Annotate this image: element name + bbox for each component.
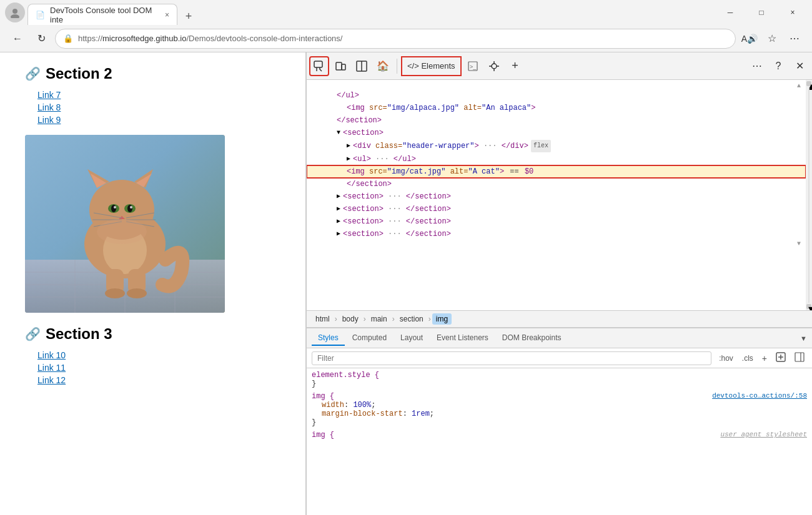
maximize-button[interactable]: □ (747, 2, 776, 22)
margin-property: margin-block-start: 1rem; (312, 410, 807, 418)
styles-tabs: Styles Computed Layout Event Listeners D… (307, 328, 812, 348)
img-close: > (531, 102, 535, 114)
favorites-button[interactable]: ☆ (762, 29, 782, 49)
help-button[interactable]: ? (768, 56, 788, 76)
console-panel-button[interactable]: >_ (463, 56, 483, 76)
section3-links: Link 10 Link 11 Link 12 (25, 350, 280, 385)
breadcrumb-section[interactable]: section (396, 313, 427, 325)
svg-rect-51 (795, 353, 804, 361)
read-aloud-button[interactable]: A🔊 (740, 29, 760, 49)
img-cat-open: <img (347, 166, 369, 177)
dom-line-section-collapsed-2[interactable]: ▶ <section> ··· </section> (307, 203, 806, 215)
cat-image-svg (25, 135, 225, 313)
semi-1: ; (371, 401, 375, 410)
tab-styles[interactable]: Styles (312, 331, 345, 346)
scroll-down-arrow[interactable]: ▼ (806, 304, 811, 309)
url-path: /Demos/devtools-console-dom-interactions… (186, 34, 342, 43)
address-bar[interactable]: 🔒 https://microsoftedge.github.io/Demos/… (55, 29, 736, 49)
breadcrumb-img[interactable]: img (432, 313, 452, 325)
breadcrumb-html[interactable]: html (312, 313, 334, 325)
add-panel-button[interactable]: + (505, 56, 525, 76)
device-toolbar-button[interactable] (330, 56, 350, 76)
styles-panel: Styles Computed Layout Event Listeners D… (307, 328, 812, 515)
tab-layout[interactable]: Layout (394, 331, 429, 346)
dom-line-section-collapsed-1[interactable]: ▶ <section> ··· </section> (307, 190, 806, 203)
minimize-button[interactable]: ─ (716, 2, 745, 22)
style-source-link[interactable]: devtools-co…actions/:58 (712, 392, 807, 400)
tab-dom-breakpoints[interactable]: DOM Breakpoints (496, 331, 568, 346)
section-c3-open: <section> (343, 216, 384, 227)
breadcrumb-body[interactable]: body (339, 313, 362, 325)
semi-2: ; (430, 410, 434, 418)
dom-line-section-open[interactable]: ▼ <section> (307, 127, 806, 139)
dom-scrollbar[interactable]: ▲ ▼ (806, 80, 812, 310)
link-11[interactable]: Link 11 (37, 363, 280, 373)
panel-layout-button[interactable] (352, 56, 372, 76)
close-devtools-button[interactable]: ✕ (790, 56, 810, 76)
url-protocol: https:// (78, 34, 102, 43)
cls-button[interactable]: .cls (740, 353, 756, 364)
dollar-zero: $0 (525, 166, 533, 177)
dom-line-header-wrapper[interactable]: ▶ <div class="header-wrapper"> ··· </div… (307, 139, 806, 153)
add-style-button[interactable]: + (760, 352, 770, 365)
home-button[interactable]: 🏠 (373, 56, 393, 76)
flex-badge: flex (531, 140, 551, 152)
styles-filter-input[interactable] (312, 351, 711, 365)
svg-point-22 (130, 206, 132, 208)
svg-rect-37 (336, 62, 342, 70)
dom-line-cat-img[interactable]: <img src="img/cat.jpg" alt="A cat"> == $… (307, 165, 806, 178)
toggle-sidebar-button[interactable] (792, 351, 807, 365)
link-10[interactable]: Link 10 (37, 350, 280, 360)
styles-content: element.style { } img { devtools-co…acti… (307, 368, 812, 515)
element-selector-text: element.style { (312, 371, 379, 380)
tab-close-button[interactable]: × (165, 11, 169, 19)
devtools-inner: 🏠 </> Elements >_ (306, 52, 812, 515)
dom-line-section-collapsed-3[interactable]: ▶ <section> ··· </section> (307, 215, 806, 228)
link-8[interactable]: Link 8 (37, 102, 280, 112)
more-tools-button[interactable]: ⋯ (747, 56, 767, 76)
close-button[interactable]: × (778, 2, 807, 22)
dom-line-section-close-2[interactable]: </section> (307, 178, 806, 190)
title-bar: 📄 DevTools Console tool DOM inte × + ─ □… (0, 0, 812, 25)
breadcrumb-bar: html › body › main › section › img (307, 310, 812, 328)
active-tab[interactable]: 📄 DevTools Console tool DOM inte × (27, 4, 177, 25)
dom-line-section-collapsed-4[interactable]: ▶ <section> ··· </section> (307, 228, 806, 240)
section2-links: Link 7 Link 8 Link 9 (25, 90, 280, 125)
dom-line-alpaca-img[interactable]: <img src="img/alpaca.jpg" alt="An alpaca… (307, 102, 806, 114)
sources-button[interactable] (484, 56, 504, 76)
link-7[interactable]: Link 7 (37, 90, 280, 100)
section-tri-1: ▶ (337, 191, 340, 202)
tab-page-icon: 📄 (36, 11, 45, 19)
elements-panel-button[interactable]: </> Elements (401, 56, 462, 76)
cat-image (25, 135, 225, 313)
reload-button[interactable]: ↻ (31, 29, 51, 49)
dom-line-section-close-1[interactable]: </section> (307, 114, 806, 127)
nav-right-buttons: A🔊 ☆ ⋯ (740, 29, 805, 49)
src-attr-cat: src= (369, 166, 387, 177)
new-tab-button[interactable]: + (180, 7, 197, 25)
scroll-up-arrow[interactable]: ▲ (806, 81, 811, 86)
tab-computed[interactable]: Computed (346, 331, 393, 346)
dom-line-ul-close[interactable]: </ul> (307, 89, 806, 102)
link-9[interactable]: Link 9 (37, 115, 280, 125)
console-icon: >_ (468, 61, 478, 71)
section3-title: Section 3 (46, 325, 112, 343)
alt-val-alpaca: "An alpaca" (482, 102, 531, 114)
new-style-rule-button[interactable] (773, 351, 788, 365)
dom-line-ul-collapsed[interactable]: ▶ <ul> ··· </ul> (307, 153, 806, 165)
profile-icon[interactable] (5, 2, 25, 22)
inspect-element-button[interactable] (309, 56, 329, 76)
link-12[interactable]: Link 12 (37, 375, 280, 385)
hov-button[interactable]: :hov (716, 353, 736, 364)
ul-open-tag: <ul> (353, 154, 371, 165)
bc-sep-1: › (335, 315, 337, 323)
breadcrumb-main[interactable]: main (367, 313, 391, 325)
styles-tabs-more[interactable]: ▼ (800, 335, 807, 342)
element-style-close-brace: } (312, 380, 807, 388)
dom-tree-panel[interactable]: ▲ </ul> <img src="img/alpaca.jpg" alt="A… (307, 80, 806, 310)
ellipsis-s4: ··· (384, 228, 406, 240)
tab-event-listeners[interactable]: Event Listeners (430, 331, 495, 346)
more-button[interactable]: ⋯ (785, 29, 805, 49)
section-tri-4: ▶ (337, 228, 340, 240)
back-button[interactable]: ← (7, 29, 27, 49)
